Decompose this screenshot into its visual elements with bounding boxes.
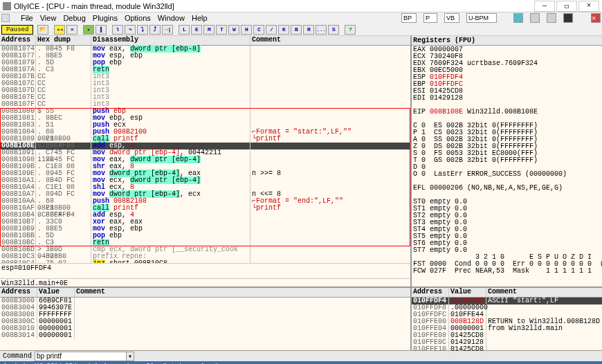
disasm-row[interactable]: 008B107B CCint3 [0,73,410,80]
dump-col-addr: Address [0,288,37,297]
toolbar: Paused 📂 ◂◂ × ▸ ∥ ↴ ↷ ⤵ ⤴ →| LEMTWHC/KBR… [0,24,602,36]
minimize-button[interactable]: — [534,1,555,12]
disasm-info-esp: esp=010FFDF4 [0,263,410,271]
tool-w-button[interactable]: W [228,25,239,35]
disasm-row[interactable]: 008B10B9. 8BE5mov esp, ebp [0,226,410,233]
menubar: File View Debug Plugins Options Window H… [0,12,602,24]
stack-row[interactable]: 010FFE10 01425CD8 [412,346,602,353]
disasm-row[interactable]: 008B1079. 5Dpop ebp [0,60,410,66]
tool-help-icon[interactable]: ? [345,25,356,35]
tool-/-button[interactable]: / [266,25,277,35]
disasm-row[interactable]: 008B107E CCint3 [0,94,410,101]
app-icon [3,2,11,10]
tool-trace-over-icon[interactable]: ⤴ [149,25,161,35]
command-input[interactable] [35,352,127,361]
tool-play-icon[interactable]: ▸ [83,25,94,35]
tool-close-icon[interactable]: × [66,25,77,35]
tool-k-button[interactable]: K [278,25,289,35]
stack-col-addr: Address [412,288,449,297]
tool-e-button[interactable]: E [191,25,202,35]
tool-s-button[interactable]: S [328,25,339,35]
col-comment: Comment [250,36,410,45]
col-disassembly: Disassembly [91,36,250,45]
tool-l-button[interactable]: L [179,25,190,35]
dropdown-icon[interactable]: ▾ [126,352,134,361]
disasm-row[interactable]: 008B10AA. 68 08218B00push 008B2108⌐Forma… [0,198,410,205]
tool-pause-icon[interactable]: ∥ [95,25,107,35]
menu-debug[interactable]: Debug [63,14,85,22]
col-hex: Hex dump [36,36,91,45]
disasm-row[interactable]: 008B10BB. 5Dpop ebp [0,233,410,239]
maximize-button[interactable]: ◻ [556,1,577,12]
status-bar: Analysing Win32lld: 35 heuristical proce… [0,361,602,364]
menu-icon [1,14,10,22]
stack-col-com: Comment [486,288,602,297]
tool-trace-in-icon[interactable]: ⤵ [137,25,148,35]
tool-h-button[interactable]: H [241,25,252,35]
disasm-row[interactable]: 008B107C CCint3 [0,80,410,87]
stack-col-val: Value [449,288,486,297]
field-vb[interactable] [444,13,459,23]
command-label: Command [3,352,32,360]
disasm-row[interactable]: 008B10BD> 3B0D 04308B0cmp ecx, dword ptr… [0,246,410,253]
menu-window[interactable]: Window [158,14,185,22]
toolbar-square-6[interactable]: × [591,13,601,23]
registers-title: Registers (FPU) [412,36,602,46]
titlebar: OllyICE - [CPU - main thread, module Win… [0,0,602,12]
dump-col-com: Comment [75,288,410,297]
field-p[interactable] [423,13,437,23]
menu-options[interactable]: Options [125,14,151,22]
disassembly-pane[interactable]: Address Hex dump Disassembly Comment 008… [0,36,410,263]
dump-row[interactable]: 008B301400000001 [0,332,410,339]
dump-pane[interactable]: Address Value Comment 008B300066B9CF8100… [0,288,410,350]
dump-col-val: Value [37,288,75,297]
disasm-row[interactable]: 008B10C4. 75 02jnz short 008B10C8 [0,260,410,263]
tool-...-button[interactable]: ... [316,25,327,35]
tool-r-button[interactable]: R [303,25,314,35]
disasm-row[interactable]: 008B1081. 8BECmov ebp, esp [0,115,410,122]
col-address: Address [0,36,36,45]
disasm-row[interactable]: 008B1077. 8BE5mov esp, ebp [0,53,410,60]
tool-step-in-icon[interactable]: ↴ [112,25,123,35]
tool-open-icon[interactable]: 📂 [37,25,48,35]
menu-file[interactable]: File [21,14,33,22]
tool-c-button[interactable]: C [253,25,264,35]
toolbar-square-1[interactable] [513,13,523,23]
toolbar-square-5[interactable] [580,13,584,23]
tool-rewind-icon[interactable]: ◂◂ [54,25,65,35]
stack-pane[interactable]: Address Value Comment 010FFDF4008B2100AS… [410,288,602,350]
tool-step-over-icon[interactable]: ↷ [125,25,136,35]
close-button[interactable]: × [578,1,599,12]
tool-m-button[interactable]: M [203,25,215,35]
tool-b-button[interactable]: B [291,25,302,35]
toolbar-square-2[interactable] [530,13,540,23]
disasm-row[interactable]: 008B1084. 68 00218B00push 008B2100⌐Forma… [0,129,410,136]
disasm-row[interactable]: 008B107F CCint3 [0,101,410,108]
menu-help[interactable]: Help [192,14,208,22]
menu-view[interactable]: View [40,14,57,22]
disasm-row[interactable]: 008B107A. C3retn [0,66,410,73]
toolbar-square-4[interactable] [563,13,573,23]
registers-pane[interactable]: Registers (FPU) EAX 00000007ECX 730240F8… [410,36,602,286]
disasm-row[interactable]: 008B107D CCint3 [0,87,410,94]
field-ubpm[interactable] [466,13,497,23]
tool-t-button[interactable]: T [216,25,227,35]
menu-plugins[interactable]: Plugins [93,14,118,22]
disasm-row[interactable]: 008B10A7. 894D FCmov dword ptr [ebp-4], … [0,191,410,198]
field-bp[interactable] [401,13,417,23]
disasm-info-fn: Win32lld.main+0E [0,278,410,286]
window-title: OllyICE - [CPU - main thread, module Win… [14,2,534,10]
tool-run-to-icon[interactable]: →| [162,25,173,35]
toolbar-square-3[interactable] [547,13,556,23]
status-paused: Paused [1,25,33,35]
